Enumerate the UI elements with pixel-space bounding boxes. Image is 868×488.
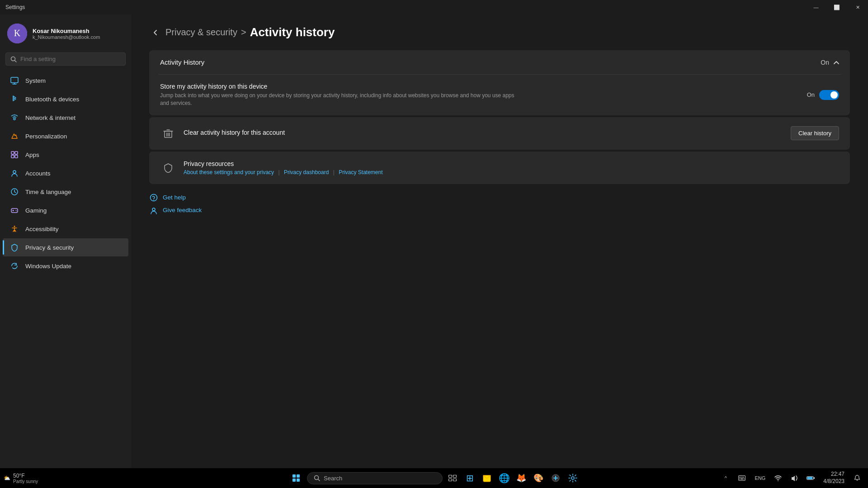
search-box[interactable] — [5, 52, 126, 66]
personalization-icon — [10, 132, 19, 141]
svg-point-25 — [153, 199, 154, 200]
weather-info: 50°F Partly sunny — [13, 473, 38, 484]
taskbar-app-1[interactable]: ⊞ — [462, 471, 477, 485]
svg-point-26 — [152, 208, 155, 211]
svg-line-3 — [15, 60, 17, 62]
sidebar-item-label: System — [25, 77, 46, 84]
give-feedback-icon — [149, 206, 158, 215]
taskbar-task-view[interactable] — [445, 471, 460, 485]
sidebar-item-accessibility[interactable]: Accessibility — [3, 220, 128, 238]
sidebar-item-label: Windows Update — [25, 263, 71, 270]
svg-rect-36 — [453, 479, 457, 481]
section-header-right: On — [821, 59, 839, 66]
clock-time: 22:47 — [823, 471, 844, 478]
svg-rect-50 — [814, 477, 815, 479]
help-links: Get help Give feedback — [149, 193, 850, 215]
activity-history-card: Activity History On Store my activity hi… — [149, 50, 850, 115]
taskbar-chevron-icon[interactable]: ^ — [718, 471, 733, 485]
update-icon — [10, 261, 19, 270]
privacy-shield-icon — [160, 160, 176, 176]
svg-rect-33 — [449, 475, 452, 478]
sidebar-item-network[interactable]: Network & internet — [3, 109, 128, 127]
language-indicator: ENG — [755, 475, 765, 481]
maximize-button[interactable]: ⬜ — [826, 0, 847, 14]
window-title: Settings — [5, 4, 25, 10]
close-button[interactable]: ✕ — [847, 0, 868, 14]
taskbar-app-4[interactable]: 🦊 — [514, 471, 528, 485]
taskbar-weather[interactable]: ⛅ 50°F Partly sunny — [4, 473, 38, 484]
clear-history-action: Clear history — [791, 126, 839, 140]
taskbar-center: Search ⊞ 🌐 🦊 🎨 — [288, 470, 580, 486]
store-history-content: Store my activity history on this device… — [160, 83, 800, 107]
sidebar: K Kosar Nikoumanesh k_Nikoumanesh@outloo… — [0, 14, 131, 468]
search-input[interactable] — [20, 56, 121, 62]
taskbar-left: ⛅ 50°F Partly sunny — [4, 473, 42, 484]
sidebar-item-label: Apps — [25, 152, 39, 158]
weather-temp: 50°F — [13, 473, 38, 479]
get-help-link[interactable]: Get help — [149, 193, 850, 202]
wifi-icon[interactable] — [771, 471, 785, 485]
store-history-toggle[interactable] — [819, 90, 839, 100]
privacy-link-dashboard[interactable]: Privacy dashboard — [284, 169, 329, 175]
sidebar-item-time[interactable]: Time & language — [3, 183, 128, 201]
taskbar-app-6[interactable] — [548, 471, 563, 485]
taskbar-sys-tray: ENG — [751, 474, 769, 483]
clock-date: 4/8/2023 — [823, 478, 844, 485]
get-help-label: Get help — [163, 194, 186, 201]
sidebar-item-apps[interactable]: Apps — [3, 146, 128, 164]
svg-rect-30 — [297, 479, 300, 482]
breadcrumb-parent[interactable]: Privacy & security — [165, 27, 237, 38]
sidebar-item-privacy[interactable]: Privacy & security — [3, 238, 128, 256]
trash-icon — [160, 125, 176, 142]
section-title: Activity History — [160, 58, 204, 66]
sidebar-item-label: Accessibility — [25, 226, 59, 232]
svg-rect-41 — [741, 477, 741, 478]
store-history-action: On — [807, 90, 839, 100]
sidebar-item-gaming[interactable]: Gaming — [3, 201, 128, 219]
clear-history-card: Clear activity history for this account … — [149, 117, 850, 150]
sidebar-item-accounts[interactable]: Accounts — [3, 164, 128, 182]
search-icon — [10, 56, 17, 62]
clear-history-title: Clear activity history for this account — [184, 129, 783, 136]
minimize-button[interactable]: — — [806, 0, 826, 14]
give-feedback-link[interactable]: Give feedback — [149, 206, 850, 215]
user-profile[interactable]: K Kosar Nikoumanesh k_Nikoumanesh@outloo… — [0, 18, 131, 51]
taskbar-clock[interactable]: 22:47 4/8/2023 — [820, 469, 848, 487]
toggle-label: On — [807, 91, 815, 98]
taskbar-app-2[interactable] — [480, 471, 494, 485]
weather-condition: Partly sunny — [13, 479, 38, 484]
start-button[interactable] — [288, 470, 304, 486]
sidebar-item-label: Personalization — [25, 133, 67, 140]
svg-point-18 — [16, 211, 17, 212]
privacy-link-about[interactable]: About these settings and your privacy — [184, 169, 274, 175]
sidebar-item-system[interactable]: System — [3, 71, 128, 90]
sidebar-item-personalization[interactable]: Personalization — [3, 127, 128, 145]
sidebar-item-label: Privacy & security — [25, 244, 74, 251]
main-content: Privacy & security > Activity history Ac… — [131, 14, 868, 468]
taskbar-search-box[interactable]: Search — [307, 472, 443, 484]
get-help-icon — [149, 193, 158, 202]
svg-rect-39 — [739, 476, 745, 481]
taskbar-app-3[interactable]: 🌐 — [497, 471, 511, 485]
notifications-icon[interactable] — [850, 471, 864, 485]
svg-point-38 — [571, 477, 574, 479]
sidebar-item-update[interactable]: Windows Update — [3, 257, 128, 275]
activity-history-header[interactable]: Activity History On — [149, 50, 850, 74]
privacy-link-statement[interactable]: Privacy Statement — [339, 169, 382, 175]
taskbar-settings-app[interactable] — [566, 471, 580, 485]
back-button[interactable] — [149, 26, 162, 39]
privacy-resources-content: Privacy resources About these settings a… — [184, 160, 839, 175]
privacy-resources-card: Privacy resources About these settings a… — [149, 152, 850, 184]
keyboard-icon[interactable] — [735, 471, 749, 485]
svg-text:K: K — [14, 28, 21, 38]
clear-history-button[interactable]: Clear history — [791, 126, 839, 140]
svg-point-12 — [13, 171, 16, 173]
give-feedback-label: Give feedback — [163, 207, 202, 213]
sidebar-item-bluetooth[interactable]: Bluetooth & devices — [3, 90, 128, 108]
store-history-title: Store my activity history on this device — [160, 83, 800, 90]
battery-icon[interactable] — [803, 471, 818, 485]
volume-icon[interactable] — [787, 471, 802, 485]
chevron-up-icon — [834, 61, 839, 64]
svg-rect-27 — [292, 474, 296, 478]
taskbar-app-5[interactable]: 🎨 — [531, 471, 546, 485]
